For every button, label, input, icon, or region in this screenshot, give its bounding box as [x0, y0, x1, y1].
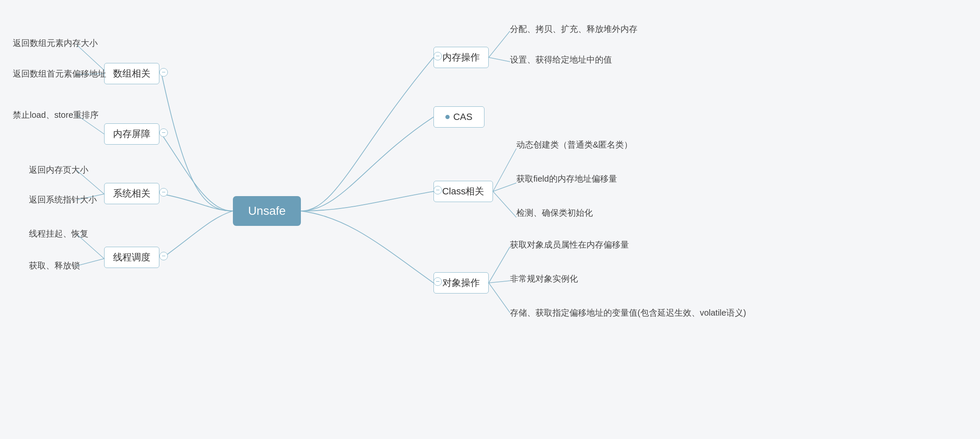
branch-array: 数组相关 — [104, 63, 159, 84]
leaf-obj-1: 获取对象成员属性在内存偏移量 — [510, 239, 629, 251]
svg-line-7 — [489, 31, 510, 57]
svg-line-10 — [493, 183, 516, 191]
leaf-thread-1: 线程挂起、恢复 — [29, 228, 88, 239]
minus-obj-ops[interactable]: − — [433, 277, 442, 286]
leaf-system-1: 返回内存页大小 — [29, 164, 88, 176]
svg-line-11 — [493, 191, 516, 217]
branch-thread: 线程调度 — [104, 247, 159, 268]
leaf-array-2: 返回数组首元素偏移地址 — [13, 68, 106, 80]
leaf-class-1: 动态创建类（普通类&匿名类） — [516, 139, 632, 151]
leaf-class-3: 检测、确保类初始化 — [516, 207, 593, 219]
leaf-array-1: 返回数组元素内存大小 — [13, 37, 98, 49]
cas-dot — [445, 115, 450, 119]
center-label: Unsafe — [248, 204, 286, 218]
branch-thread-label: 线程调度 — [113, 251, 150, 264]
leaf-obj-3: 存储、获取指定偏移地址的变量值(包含延迟生效、volatile语义) — [510, 307, 746, 319]
branch-system: 系统相关 — [104, 183, 159, 204]
minus-thread[interactable]: − — [159, 252, 168, 260]
branch-barrier: 内存屏障 — [104, 123, 159, 145]
svg-line-8 — [489, 57, 510, 62]
branch-cas: CAS — [433, 106, 484, 128]
minus-barrier[interactable]: − — [159, 128, 168, 137]
mindmap: Unsafe 数组相关 − 返回数组元素内存大小 返回数组首元素偏移地址 内存屏… — [0, 0, 980, 439]
branch-array-label: 数组相关 — [113, 67, 150, 80]
minus-class-ops[interactable]: − — [433, 186, 442, 194]
branch-class-ops: Class相关 — [433, 181, 493, 202]
svg-line-14 — [489, 283, 510, 313]
svg-line-9 — [493, 148, 516, 191]
minus-memory-ops[interactable]: − — [433, 52, 442, 60]
leaf-barrier-1: 禁止load、store重排序 — [13, 109, 99, 121]
branch-class-ops-label: Class相关 — [442, 185, 484, 198]
svg-line-13 — [489, 281, 510, 283]
branch-barrier-label: 内存屏障 — [113, 128, 150, 140]
branch-system-label: 系统相关 — [113, 187, 150, 200]
minus-system[interactable]: − — [159, 188, 168, 197]
svg-line-6 — [76, 259, 104, 266]
branch-memory-ops-label: 内存操作 — [442, 51, 480, 64]
leaf-obj-2: 非常规对象实例化 — [510, 273, 578, 285]
leaf-memory-2: 设置、获得给定地址中的值 — [510, 54, 612, 66]
minus-array[interactable]: − — [159, 68, 168, 77]
svg-line-12 — [489, 247, 510, 283]
leaf-system-2: 返回系统指针大小 — [29, 194, 97, 205]
branch-cas-label: CAS — [453, 111, 472, 123]
leaf-class-2: 获取field的内存地址偏移量 — [516, 173, 617, 185]
leaf-memory-1: 分配、拷贝、扩充、释放堆外内存 — [510, 23, 637, 35]
leaf-thread-2: 获取、释放锁 — [29, 260, 80, 271]
branch-obj-ops-label: 对象操作 — [442, 277, 480, 289]
center-node: Unsafe — [233, 196, 301, 226]
